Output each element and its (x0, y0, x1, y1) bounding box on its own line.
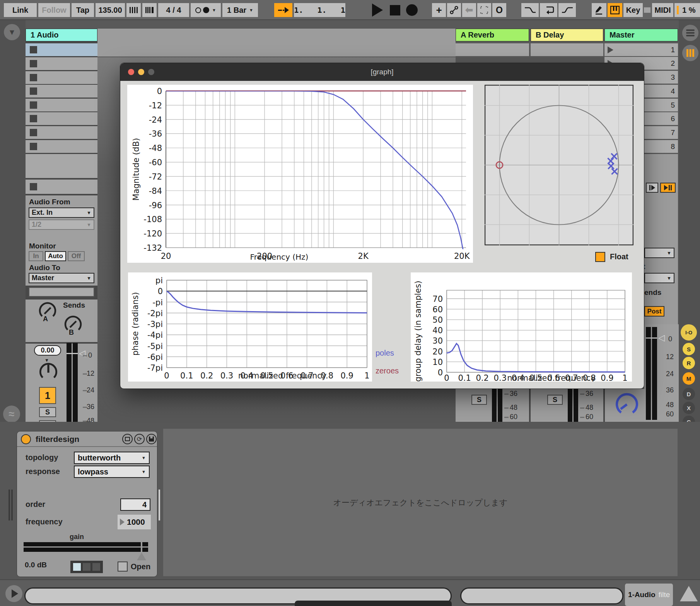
volume-field[interactable]: 0.00 (34, 345, 61, 356)
post-button[interactable]: Post (644, 306, 664, 317)
monitor-auto-button[interactable]: Auto (45, 251, 66, 261)
return-b-slot[interactable] (531, 43, 603, 56)
mixer-mixer-toggle[interactable]: M (683, 372, 695, 385)
monitor-off-button[interactable]: Off (68, 251, 85, 261)
hamburger-icon (686, 29, 695, 36)
cpu-load-meter[interactable]: 1 % (674, 3, 700, 17)
master-volume-handle[interactable]: ◁ (658, 333, 665, 343)
arrangement-position-display[interactable]: 1. 1. 1 (294, 3, 345, 17)
device-chain-tab[interactable]: 1-Audio filte (625, 584, 673, 606)
record-button[interactable] (406, 4, 418, 16)
device-scroll-grip[interactable] (11, 490, 13, 520)
return-b-solo-button[interactable]: S (547, 395, 563, 405)
return-a-header[interactable]: A Reverb (456, 29, 529, 41)
clip-slot[interactable] (26, 71, 97, 84)
mixer-delay-toggle[interactable]: D (683, 388, 695, 400)
input-device-chooser[interactable]: Ext. In▼ (29, 207, 94, 218)
tap-tempo-button[interactable]: Tap (72, 3, 94, 17)
return-a-slot[interactable] (456, 43, 529, 56)
response-menu[interactable]: lowpass▼ (74, 466, 150, 478)
pan-knob[interactable] (38, 361, 59, 383)
quantization-menu[interactable]: 1 Bar▼ (222, 3, 258, 17)
device-chain-play-button[interactable] (5, 585, 22, 602)
mixer-io-toggle[interactable]: I-O (681, 324, 697, 341)
mixer-crossfade-toggle[interactable]: X (683, 402, 695, 414)
master-cue-chooser[interactable]: ▼ (644, 273, 674, 283)
open-checkbox[interactable] (118, 561, 128, 572)
clip-slot[interactable] (26, 99, 97, 111)
punch-in-button[interactable] (521, 3, 539, 17)
float-checkbox[interactable] (595, 252, 605, 262)
new-midi-track-button[interactable]: + (432, 3, 446, 17)
clip-slot[interactable] (26, 140, 97, 153)
follow-playback-button[interactable] (274, 3, 292, 17)
groove-pool-button[interactable]: ≈ (3, 406, 20, 423)
nudge-up-button[interactable] (142, 3, 157, 17)
device-drop-zone[interactable]: オーディオエフェクトをここへドロップします (163, 429, 678, 576)
device-unfold-button[interactable] (122, 434, 133, 444)
track-activator-button[interactable]: 1 (39, 387, 56, 404)
draw-mode-selection-button[interactable] (477, 3, 491, 17)
device-scroll-grip[interactable] (9, 490, 10, 520)
loop-marker-button[interactable]: O (492, 3, 506, 17)
time-signature-field[interactable]: 4 / 4 (158, 3, 189, 17)
tempo-field[interactable]: 135.00 (96, 3, 125, 17)
clip-slot[interactable] (26, 43, 97, 56)
overdub-button[interactable] (447, 3, 461, 17)
monitor-in-button[interactable]: In (29, 251, 43, 261)
loop-button[interactable] (540, 3, 557, 17)
follow-tempo-button[interactable]: Follow (38, 3, 70, 17)
return-a-solo-button[interactable]: S (471, 395, 487, 405)
scene-overview-button[interactable] (682, 25, 698, 41)
svg-text:10: 10 (432, 358, 443, 367)
draw-mode-button[interactable] (592, 3, 606, 17)
input-channel-chooser[interactable]: 1/2▼ (29, 219, 94, 230)
mixer-returns-toggle[interactable]: R (683, 357, 695, 369)
gain-slider-handle[interactable] (137, 553, 146, 560)
clip-slot[interactable] (26, 112, 97, 125)
volume-slider-handle[interactable]: ◁ (79, 348, 85, 358)
play-button[interactable] (372, 3, 383, 17)
clip-stop-icon (30, 87, 37, 95)
clip-slot[interactable] (26, 126, 97, 139)
output-device-chooser[interactable]: Master▼ (29, 273, 94, 283)
preview-volume-knob[interactable] (614, 392, 640, 417)
link-button[interactable]: Link (4, 3, 37, 17)
svg-text:0: 0 (158, 287, 163, 296)
gain-slider-track[interactable] (24, 548, 148, 552)
clip-view-toggle[interactable] (646, 183, 658, 193)
clip-slot[interactable] (26, 57, 97, 70)
frequency-field[interactable]: 1000 (118, 515, 151, 529)
punch-out-button[interactable] (558, 3, 576, 17)
back-to-arrangement-button[interactable]: ⬅ (462, 3, 476, 17)
master-header[interactable]: Master (604, 29, 678, 41)
gain-slider-track[interactable] (24, 542, 148, 546)
mixer-view-button[interactable] (682, 45, 698, 61)
clip-overview-scrollbar[interactable] (460, 587, 623, 604)
stop-button[interactable] (390, 5, 400, 15)
topology-menu[interactable]: butterworth▼ (74, 452, 150, 464)
browser-collapse-button[interactable]: ▼ (4, 24, 20, 40)
chevron-down-icon: ▼ (667, 250, 671, 256)
track-1-header[interactable]: 1 Audio (26, 29, 97, 41)
pole-zero-plot[interactable] (485, 85, 633, 245)
solo-button[interactable]: S (39, 407, 56, 417)
clip-slot[interactable] (26, 85, 97, 98)
device-resize-grip[interactable] (159, 490, 160, 520)
computer-midi-keyboard-button[interactable] (608, 3, 622, 17)
save-preset-button[interactable] (146, 434, 157, 444)
order-field[interactable]: 4 (120, 498, 150, 511)
clip-slot[interactable] (26, 180, 97, 194)
master-output-chooser[interactable]: ▼ (644, 248, 674, 258)
status-warning-icon[interactable] (680, 586, 698, 601)
clip-slot-empty[interactable] (26, 154, 97, 178)
nudge-down-button[interactable] (126, 3, 141, 17)
metronome-button[interactable]: ▼ (191, 3, 221, 17)
return-b-header[interactable]: B Delay (531, 29, 603, 41)
hot-swap-button[interactable]: ⟳ (134, 434, 145, 444)
midi-map-mode-button[interactable]: MIDI (652, 3, 673, 17)
device-on-button[interactable] (21, 434, 31, 444)
key-map-mode-button[interactable]: Key (623, 3, 643, 17)
device-view-toggle[interactable] (660, 183, 676, 193)
mixer-sends-toggle[interactable]: S (683, 343, 695, 355)
